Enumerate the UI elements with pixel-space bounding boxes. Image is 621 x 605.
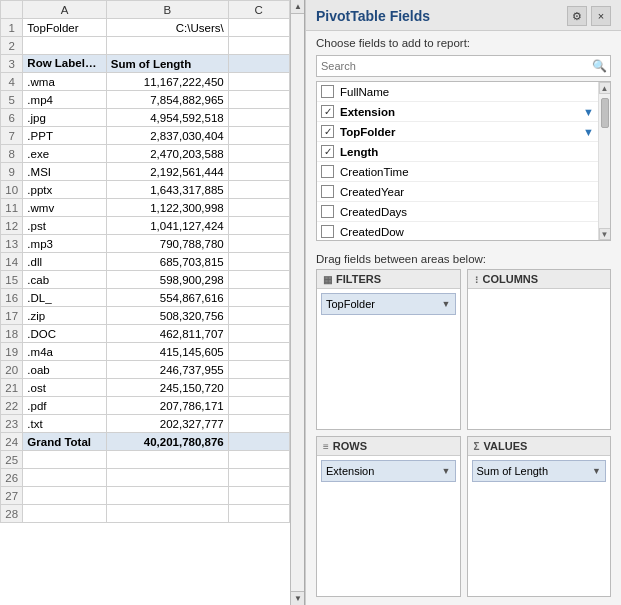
cell-a[interactable]: .DL_ [23, 289, 106, 307]
cell-b[interactable] [106, 487, 228, 505]
field-list-scrollbar[interactable]: ▲ ▼ [598, 82, 610, 240]
cell-b[interactable]: 462,811,707 [106, 325, 228, 343]
cell-a[interactable]: .zip [23, 307, 106, 325]
field-item[interactable]: ✓TopFolder▼ [317, 122, 598, 142]
field-name: Extension [340, 106, 579, 118]
col-a-header[interactable]: A [23, 1, 106, 19]
row-number: 1 [1, 19, 23, 37]
pivot-settings-button[interactable]: ⚙ [567, 6, 587, 26]
cell-a[interactable]: .oab [23, 361, 106, 379]
cell-b[interactable]: 1,041,127,424 [106, 217, 228, 235]
cell-b[interactable]: 2,837,030,404 [106, 127, 228, 145]
cell-b[interactable]: 1,122,300,998 [106, 199, 228, 217]
cell-a[interactable]: .m4a [23, 343, 106, 361]
col-c-header[interactable]: C [228, 1, 289, 19]
vertical-scrollbar[interactable]: ▲ ▼ [290, 0, 304, 605]
cell-b[interactable]: 1,643,317,885 [106, 181, 228, 199]
cell-b[interactable]: 245,150,720 [106, 379, 228, 397]
cell-a[interactable]: .wmv [23, 199, 106, 217]
cell-a[interactable]: .cab [23, 271, 106, 289]
cell-b[interactable]: 202,327,777 [106, 415, 228, 433]
cell-b[interactable]: C:\Users\ [106, 19, 228, 37]
cell-a[interactable]: .txt [23, 415, 106, 433]
field-checkbox[interactable] [321, 85, 334, 98]
field-item[interactable]: CreationTime [317, 162, 598, 182]
cell-b[interactable]: 598,900,298 [106, 271, 228, 289]
cell-a[interactable]: .wma [23, 73, 106, 91]
field-item[interactable]: CreatedDow [317, 222, 598, 241]
field-checkbox[interactable] [321, 185, 334, 198]
cell-a[interactable] [23, 487, 106, 505]
cell-a[interactable]: .pptx [23, 181, 106, 199]
cell-b[interactable]: 554,867,616 [106, 289, 228, 307]
field-scroll-up[interactable]: ▲ [599, 82, 611, 94]
field-item[interactable]: CreatedDays [317, 202, 598, 222]
field-checkbox[interactable]: ✓ [321, 105, 334, 118]
field-checkbox[interactable] [321, 165, 334, 178]
cell-b[interactable]: 2,192,561,444 [106, 163, 228, 181]
cell-a[interactable]: .mp3 [23, 235, 106, 253]
cell-b[interactable]: 7,854,882,965 [106, 91, 228, 109]
field-checkbox[interactable]: ✓ [321, 145, 334, 158]
table-row: 23.txt202,327,777 [1, 415, 304, 433]
columns-area: ⫶ COLUMNS [467, 269, 612, 430]
cell-a[interactable]: .MSI [23, 163, 106, 181]
field-item[interactable]: ✓Extension▼ [317, 102, 598, 122]
cell-a[interactable]: .DOC [23, 325, 106, 343]
cell-b[interactable]: 207,786,171 [106, 397, 228, 415]
cell-a[interactable] [23, 37, 106, 55]
cell-b[interactable]: 2,470,203,588 [106, 145, 228, 163]
cell-a[interactable] [23, 505, 106, 523]
rows-pill[interactable]: Extension ▼ [321, 460, 456, 482]
cell-a[interactable]: .dll [23, 253, 106, 271]
filters-pill[interactable]: TopFolder ▼ [321, 293, 456, 315]
cell-a[interactable]: .mp4 [23, 91, 106, 109]
scroll-down-arrow[interactable]: ▼ [291, 591, 304, 605]
cell-a[interactable] [23, 451, 106, 469]
field-item[interactable]: CreatedYear [317, 182, 598, 202]
col-b-header[interactable]: B [106, 1, 228, 19]
cell-a[interactable]: .pst [23, 217, 106, 235]
cell-b[interactable]: 415,145,605 [106, 343, 228, 361]
cell-b[interactable] [106, 37, 228, 55]
cell-a[interactable]: .exe [23, 145, 106, 163]
row-number: 5 [1, 91, 23, 109]
cell-b[interactable] [106, 505, 228, 523]
cell-a[interactable]: .ost [23, 379, 106, 397]
scroll-up-arrow[interactable]: ▲ [291, 0, 304, 14]
cell-a[interactable] [23, 469, 106, 487]
table-row: 12.pst1,041,127,424 [1, 217, 304, 235]
cell-b[interactable] [106, 451, 228, 469]
cell-b[interactable]: 685,703,815 [106, 253, 228, 271]
search-input[interactable] [317, 56, 588, 76]
cell-b[interactable]: Sum of Length [106, 55, 228, 73]
field-scroll-thumb[interactable] [601, 98, 609, 128]
cell-a[interactable]: .PPT [23, 127, 106, 145]
filters-pill-arrow[interactable]: ▼ [442, 299, 451, 309]
drag-areas-label: Drag fields between areas below: [306, 245, 621, 269]
field-checkbox[interactable] [321, 205, 334, 218]
field-item[interactable]: FullName [317, 82, 598, 102]
cell-a[interactable]: .pdf [23, 397, 106, 415]
values-pill[interactable]: Sum of Length ▼ [472, 460, 607, 482]
field-filter-icon[interactable]: ▼ [583, 126, 594, 138]
field-item[interactable]: ✓Length [317, 142, 598, 162]
cell-b[interactable]: 4,954,592,518 [106, 109, 228, 127]
cell-b[interactable]: 40,201,780,876 [106, 433, 228, 451]
field-checkbox[interactable] [321, 225, 334, 238]
cell-b[interactable]: 246,737,955 [106, 361, 228, 379]
field-scroll-down[interactable]: ▼ [599, 228, 611, 240]
field-filter-icon[interactable]: ▼ [583, 106, 594, 118]
cell-a[interactable]: TopFolder [23, 19, 106, 37]
cell-b[interactable]: 508,320,756 [106, 307, 228, 325]
cell-a[interactable]: Row Labels▼ [23, 55, 106, 73]
cell-b[interactable]: 11,167,222,450 [106, 73, 228, 91]
values-pill-arrow[interactable]: ▼ [592, 466, 601, 476]
cell-b[interactable]: 790,788,780 [106, 235, 228, 253]
cell-a[interactable]: Grand Total [23, 433, 106, 451]
pivot-close-button[interactable]: × [591, 6, 611, 26]
rows-pill-arrow[interactable]: ▼ [442, 466, 451, 476]
cell-b[interactable] [106, 469, 228, 487]
field-checkbox[interactable]: ✓ [321, 125, 334, 138]
cell-a[interactable]: .jpg [23, 109, 106, 127]
